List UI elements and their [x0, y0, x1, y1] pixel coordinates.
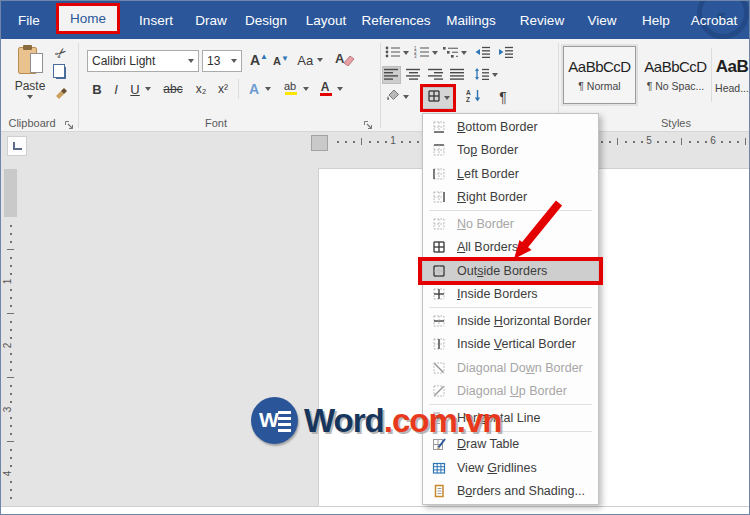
- svg-text:A: A: [466, 89, 471, 96]
- superscript-button[interactable]: x²: [213, 79, 233, 99]
- strikethrough-button[interactable]: abc: [159, 79, 187, 99]
- menu-item-top-border[interactable]: Top Border: [423, 139, 598, 163]
- justify-button[interactable]: [448, 66, 467, 84]
- numbered-list-button[interactable]: 123: [413, 45, 439, 61]
- tab-mailings[interactable]: Mailings: [440, 9, 502, 32]
- font-name-combo[interactable]: Calibri Light: [87, 50, 199, 72]
- underline-dropdown-arrow[interactable]: [143, 79, 153, 99]
- show-hide-pilcrow-button[interactable]: ¶: [493, 87, 513, 107]
- left-border-icon: [431, 167, 446, 181]
- indent-markers[interactable]: [311, 135, 328, 151]
- font-color-dropdown-arrow[interactable]: [335, 79, 345, 99]
- tab-review[interactable]: Review: [514, 9, 570, 32]
- align-center-button[interactable]: [404, 66, 423, 84]
- increase-indent-button[interactable]: [496, 45, 516, 61]
- menu-item-left-border[interactable]: Left Border: [423, 162, 598, 186]
- vertical-ruler: 1234: [4, 169, 17, 506]
- diagonal-up-border-icon: [431, 384, 446, 398]
- subscript-button[interactable]: x₂: [191, 79, 211, 99]
- inside-borders-icon: [431, 287, 446, 301]
- cut-button[interactable]: ✂: [51, 45, 71, 61]
- font-size-value: 13: [207, 54, 220, 68]
- align-left-icon: [384, 66, 399, 84]
- multilevel-list-icon: [443, 44, 459, 62]
- paste-dropdown-arrow[interactable]: [27, 95, 33, 99]
- menu-item-no-border[interactable]: No Border: [423, 212, 598, 236]
- line-spacing-icon: [474, 66, 490, 84]
- tab-references[interactable]: References: [355, 9, 436, 32]
- menu-item-all-borders[interactable]: All Borders: [423, 236, 598, 260]
- diagonal-down-border-icon: [431, 361, 446, 375]
- style-normal[interactable]: AaBbCcD ¶ Normal: [563, 46, 636, 104]
- borders-button[interactable]: [422, 87, 454, 109]
- font-size-combo[interactable]: 13: [202, 50, 242, 72]
- tab-acrobat[interactable]: Acrobat: [685, 9, 744, 32]
- menu-separator: [429, 307, 592, 308]
- numbered-list-icon: 123: [414, 44, 430, 62]
- borders-grid-icon: [427, 89, 441, 107]
- tab-insert[interactable]: Insert: [133, 9, 179, 32]
- align-right-button[interactable]: [426, 66, 445, 84]
- menu-item-view-gridlines[interactable]: View Gridlines: [423, 456, 598, 480]
- font-group-label: Font: [111, 117, 321, 129]
- tab-design[interactable]: Design: [239, 9, 293, 32]
- sort-button[interactable]: AZ: [462, 87, 486, 107]
- italic-button[interactable]: I: [109, 79, 123, 99]
- no-border-icon: [431, 217, 446, 231]
- text-effects-button[interactable]: A: [244, 79, 264, 99]
- decrease-indent-button[interactable]: [473, 45, 493, 61]
- menu-item-label: All Borders: [457, 240, 518, 254]
- line-spacing-button[interactable]: [472, 66, 500, 84]
- paste-label: Paste: [15, 79, 46, 93]
- menu-item-draw-table[interactable]: Draw Table: [423, 433, 598, 457]
- svg-text:3: 3: [414, 54, 417, 58]
- copy-button[interactable]: [51, 65, 71, 81]
- font-color-bar: [320, 93, 332, 96]
- style-heading[interactable]: AaB Head...: [713, 46, 750, 104]
- menu-item-horizontal-line[interactable]: Horizontal Line: [423, 406, 598, 430]
- change-case-button[interactable]: Aa: [295, 50, 325, 70]
- font-color-button[interactable]: A: [315, 77, 335, 99]
- menu-item-outside-borders[interactable]: Outside Borders: [423, 259, 598, 283]
- align-left-button[interactable]: [382, 66, 401, 84]
- right-border-icon: [431, 190, 446, 204]
- menu-item-diagonal-up-border[interactable]: Diagonal Up Border: [423, 380, 598, 404]
- grow-font-button[interactable]: A▲: [248, 50, 270, 70]
- clear-formatting-button[interactable]: A: [333, 50, 357, 70]
- bullet-list-icon: [385, 44, 401, 62]
- format-painter-button[interactable]: [51, 85, 71, 101]
- paste-button[interactable]: Paste: [8, 45, 52, 109]
- clipboard-paste-icon: [18, 45, 43, 76]
- tab-help[interactable]: Help: [636, 9, 676, 32]
- shrink-font-button[interactable]: A▼: [271, 52, 291, 70]
- tab-file[interactable]: File: [12, 9, 46, 32]
- menu-item-diagonal-down-border[interactable]: Diagonal Down Border: [423, 356, 598, 380]
- font-dialog-launcher-icon[interactable]: [363, 117, 374, 128]
- document-workspace: 123456 1234: [1, 132, 750, 506]
- word-window: ↖ FileHomeInsertDrawDesignLayoutReferenc…: [0, 0, 750, 515]
- menu-item-borders-and-shading[interactable]: Borders and Shading...: [423, 480, 598, 504]
- menu-item-bottom-border[interactable]: Bottom Border: [423, 115, 598, 139]
- menu-item-right-border[interactable]: Right Border: [423, 186, 598, 210]
- multilevel-list-button[interactable]: [442, 45, 468, 61]
- styles-group-label: Styles: [601, 117, 750, 129]
- style-no-spacing[interactable]: AaBbCcD ¶ No Spac...: [639, 46, 712, 104]
- shading-button[interactable]: [382, 87, 412, 107]
- tab-draw[interactable]: Draw: [189, 9, 233, 32]
- clipboard-dialog-launcher-icon[interactable]: [64, 117, 75, 128]
- top-border-icon: [431, 143, 446, 157]
- highlight-dropdown-arrow[interactable]: [301, 79, 311, 99]
- highlight-button[interactable]: ab: [279, 77, 301, 99]
- tab-view[interactable]: View: [581, 9, 622, 32]
- menu-item-inside-borders[interactable]: Inside Borders: [423, 283, 598, 307]
- menu-item-inside-vertical-border[interactable]: Inside Vertical Border: [423, 333, 598, 357]
- bullet-list-button[interactable]: [384, 45, 410, 61]
- tab-layout[interactable]: Layout: [300, 9, 353, 32]
- text-effects-dropdown-arrow[interactable]: [263, 79, 273, 99]
- menu-item-inside-horizontal-border[interactable]: Inside Horizontal Border: [423, 309, 598, 333]
- menu-item-label: Bottom Border: [457, 120, 538, 134]
- underline-button[interactable]: U: [127, 79, 143, 99]
- bold-button[interactable]: B: [89, 79, 105, 99]
- inside-horizontal-border-icon: [431, 314, 446, 328]
- tab-home[interactable]: Home: [58, 6, 118, 31]
